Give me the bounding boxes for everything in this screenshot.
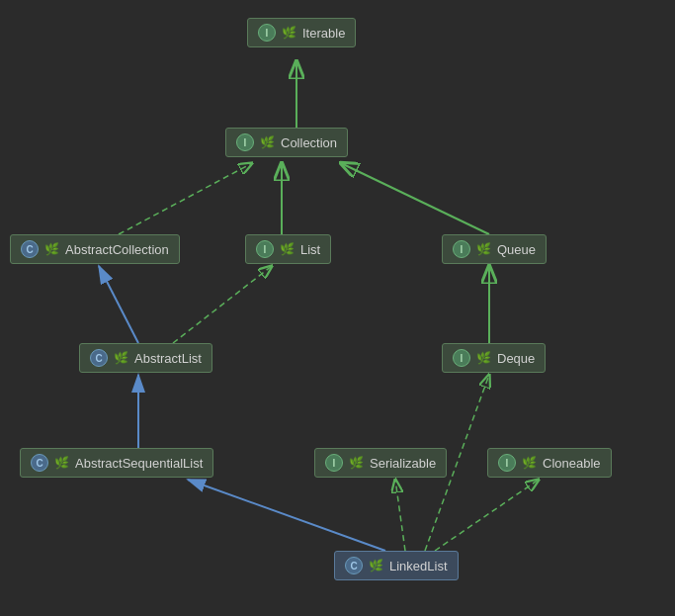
node-list[interactable]: I 🌿 List <box>245 234 331 264</box>
node-label-deque: Deque <box>497 351 535 366</box>
node-label-abstractcollection: AbstractCollection <box>65 242 169 257</box>
badge-interface-collection: I <box>236 133 254 151</box>
leaf-icon-list: 🌿 <box>280 242 295 256</box>
badge-interface-serializable: I <box>325 454 343 472</box>
node-label-list: List <box>300 242 320 257</box>
node-iterable[interactable]: I 🌿 Iterable <box>247 18 356 47</box>
leaf-icon-serializable: 🌿 <box>349 456 364 470</box>
badge-abstract-abstractcollection: C <box>21 240 39 258</box>
badge-class-linkedlist: C <box>345 557 363 574</box>
node-cloneable[interactable]: I 🌿 Cloneable <box>487 448 612 478</box>
leaf-icon-abstractsequentiallist: 🌿 <box>54 456 69 470</box>
diagram-container: I 🌿 Iterable I 🌿 Collection C 🌿 Abstract… <box>0 0 675 616</box>
node-label-serializable: Serializable <box>370 456 436 471</box>
svg-line-12 <box>395 480 405 551</box>
leaf-icon-collection: 🌿 <box>260 135 275 149</box>
leaf-icon-abstractcollection: 🌿 <box>44 242 59 256</box>
node-abstractsequentiallist[interactable]: C 🌿 AbstractSequentialList <box>20 448 213 478</box>
svg-line-11 <box>188 480 385 551</box>
node-label-queue: Queue <box>497 242 536 257</box>
leaf-icon-abstractlist: 🌿 <box>114 351 128 365</box>
badge-interface-queue: I <box>453 240 470 258</box>
badge-interface-cloneable: I <box>498 454 516 472</box>
svg-line-13 <box>435 480 539 551</box>
leaf-icon-iterable: 🌿 <box>282 26 296 40</box>
svg-line-4 <box>119 163 252 234</box>
node-label-iterable: Iterable <box>302 26 345 41</box>
node-abstractlist[interactable]: C 🌿 AbstractList <box>79 343 212 373</box>
svg-line-8 <box>173 266 272 343</box>
node-abstractcollection[interactable]: C 🌿 AbstractCollection <box>10 234 180 264</box>
node-collection[interactable]: I 🌿 Collection <box>225 128 348 157</box>
node-queue[interactable]: I 🌿 Queue <box>442 234 547 264</box>
badge-interface-deque: I <box>453 349 470 367</box>
node-serializable[interactable]: I 🌿 Serializable <box>314 448 447 478</box>
badge-interface-list: I <box>256 240 274 258</box>
node-label-abstractlist: AbstractList <box>134 351 202 366</box>
badge-interface-iterable: I <box>258 24 276 42</box>
leaf-icon-queue: 🌿 <box>476 242 491 256</box>
badge-abstract-abstractsequentiallist: C <box>31 454 48 472</box>
svg-line-6 <box>341 163 489 234</box>
leaf-icon-cloneable: 🌿 <box>522 456 537 470</box>
badge-abstract-abstractlist: C <box>90 349 108 367</box>
node-linkedlist[interactable]: C 🌿 LinkedList <box>334 551 459 580</box>
node-label-collection: Collection <box>281 135 337 150</box>
node-label-linkedlist: LinkedList <box>389 559 448 573</box>
node-label-abstractsequentiallist: AbstractSequentialList <box>75 456 203 471</box>
node-label-cloneable: Cloneable <box>543 456 601 471</box>
arrows-svg <box>0 0 675 616</box>
svg-line-7 <box>99 266 138 343</box>
node-deque[interactable]: I 🌿 Deque <box>442 343 546 373</box>
leaf-icon-linkedlist: 🌿 <box>369 559 383 572</box>
leaf-icon-deque: 🌿 <box>476 351 491 365</box>
